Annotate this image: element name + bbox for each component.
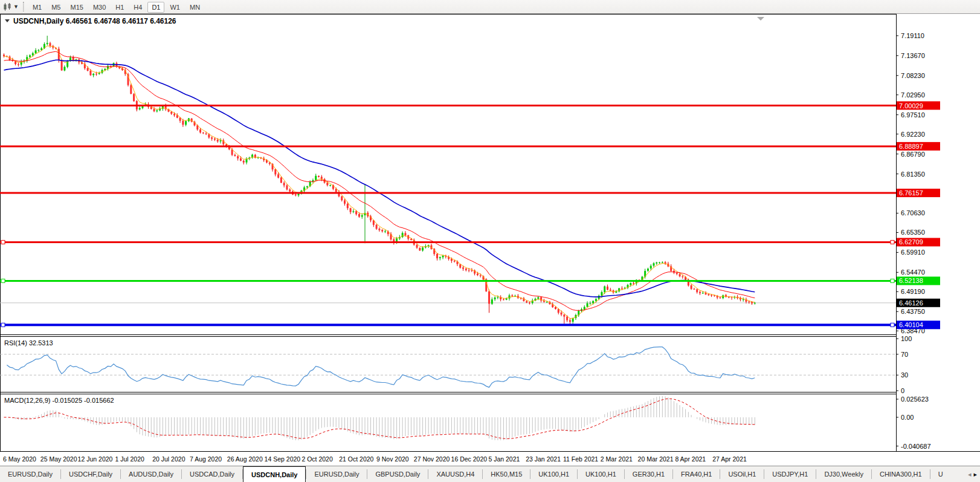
rsi-tick-label: 30 bbox=[901, 371, 908, 379]
timeframe-buttons: M1M5M15M30H1H4D1W1MN bbox=[28, 1, 205, 13]
date-label: 14 Sep 2020 bbox=[265, 455, 301, 463]
macd-tick-label: 0.025623 bbox=[901, 396, 929, 403]
price-tick-label: 7.19110 bbox=[901, 32, 924, 39]
date-label: 5 Jan 2021 bbox=[488, 455, 520, 463]
toolbar-grip[interactable] bbox=[23, 2, 24, 11]
rsi-line bbox=[7, 347, 755, 388]
timeframe-toolbar: ▼ M1M5M15M30H1H4D1W1MN bbox=[0, 0, 980, 14]
level-handle-left[interactable] bbox=[1, 240, 5, 244]
date-label: 26 Aug 2020 bbox=[227, 455, 263, 463]
timeframe-button-m1[interactable]: M1 bbox=[28, 2, 46, 13]
price-tick-label: 6.49190 bbox=[901, 288, 925, 295]
level-price-tag: 6.76157 bbox=[897, 189, 940, 197]
tab-scroll-controls: ◂▸ bbox=[966, 466, 979, 482]
rsi-tick-label: 70 bbox=[901, 351, 908, 358]
symbol-tab-audusd-daily[interactable]: AUDUSD,Daily bbox=[121, 466, 181, 482]
price-tick-label: 7.08230 bbox=[901, 72, 925, 79]
timeframe-button-mn[interactable]: MN bbox=[185, 2, 204, 13]
price-tick-label: 6.97510 bbox=[901, 111, 925, 119]
price-tick-label: 6.43750 bbox=[901, 308, 925, 315]
level-price-tag: 6.88897 bbox=[897, 142, 940, 151]
level-handle-right[interactable] bbox=[891, 279, 894, 282]
date-label: 25 May 2020 bbox=[40, 455, 77, 463]
symbol-tab-uk100-h1[interactable]: UK100,H1 bbox=[530, 466, 577, 482]
price-tick-label: 6.65350 bbox=[901, 229, 925, 236]
chart-tool-icon[interactable] bbox=[3, 2, 12, 11]
symbol-tab-usdcad-daily[interactable]: USDCAD,Daily bbox=[182, 466, 242, 482]
level-handle-right[interactable] bbox=[891, 240, 894, 244]
candlestick-glyph bbox=[3, 2, 12, 11]
level-price-tag: 6.62709 bbox=[897, 238, 940, 246]
svg-text:6.40104: 6.40104 bbox=[899, 321, 923, 328]
symbol-tab-usdcnh-daily[interactable]: USDCNH,Daily bbox=[243, 466, 306, 482]
date-label: 21 Oct 2020 bbox=[339, 455, 373, 463]
level-price-tag: 7.00029 bbox=[897, 102, 940, 110]
date-label: 2 Oct 2020 bbox=[301, 455, 333, 463]
timeframe-button-h1[interactable]: H1 bbox=[111, 2, 128, 13]
chart-shift-marker-icon[interactable] bbox=[757, 17, 764, 21]
symbol-tab-dj30-weekly[interactable]: DJ30,Weekly bbox=[816, 466, 871, 482]
chart-title: USDCNH,Daily 6.46561 6.46748 6.46117 6.4… bbox=[13, 17, 176, 25]
rsi-tick-label: 0 bbox=[901, 387, 904, 394]
timeframe-button-w1[interactable]: W1 bbox=[166, 2, 184, 13]
svg-text:6.52138: 6.52138 bbox=[899, 277, 923, 284]
date-label: 27 Nov 2020 bbox=[414, 455, 450, 463]
symbol-tab-u[interactable]: U bbox=[930, 466, 951, 482]
rsi-label: RSI(14) 32.5313 bbox=[4, 339, 53, 347]
date-label: 8 Apr 2021 bbox=[675, 455, 706, 463]
date-label: 7 Aug 2020 bbox=[190, 455, 222, 463]
tab-scroll-right-icon[interactable]: ▸ bbox=[973, 471, 977, 478]
date-axis: 6 May 202025 May 202012 Jun 20201 Jul 20… bbox=[3, 455, 747, 463]
date-label: 2 Mar 2021 bbox=[601, 455, 633, 463]
symbol-tab-china300-h1[interactable]: CHINA300,H1 bbox=[872, 466, 930, 482]
macd-tick-label: 0.00 bbox=[901, 414, 914, 421]
date-label: 16 Dec 2020 bbox=[451, 455, 488, 463]
price-tick-label: 6.59910 bbox=[901, 249, 925, 256]
symbol-tab-gbpusd-daily[interactable]: GBPUSD,Daily bbox=[367, 466, 428, 482]
date-label: 11 Feb 2021 bbox=[563, 455, 598, 463]
timeframe-button-m5[interactable]: M5 bbox=[47, 2, 65, 13]
symbol-tab-uk100-h1[interactable]: UK100,H1 bbox=[578, 466, 624, 482]
timeframe-button-m15[interactable]: M15 bbox=[66, 2, 87, 13]
symbol-tab-ger30-h1[interactable]: GER30,H1 bbox=[625, 466, 672, 482]
timeframe-button-d1[interactable]: D1 bbox=[147, 2, 164, 13]
price-tick-label: 6.81350 bbox=[901, 171, 925, 178]
level-handle-left[interactable] bbox=[1, 323, 5, 327]
symbol-tab-usoil-h1[interactable]: USOil,H1 bbox=[720, 466, 764, 482]
price-tick-label: 6.86790 bbox=[901, 151, 925, 158]
date-label: 20 Jul 2020 bbox=[152, 455, 185, 463]
collapse-triangle-icon[interactable] bbox=[5, 19, 10, 22]
level-handle-right[interactable] bbox=[891, 323, 894, 327]
timeframe-button-m30[interactable]: M30 bbox=[89, 2, 110, 13]
date-label: 9 Nov 2020 bbox=[376, 455, 409, 463]
tab-scroll-left-icon[interactable]: ◂ bbox=[968, 471, 972, 478]
symbol-tab-usdjpy-h1[interactable]: USDJPY,H1 bbox=[764, 466, 816, 482]
date-label: 12 Jun 2020 bbox=[78, 455, 113, 463]
moving-average-slow-ma bbox=[4, 60, 755, 297]
timeframe-button-h4[interactable]: H4 bbox=[129, 2, 146, 13]
symbol-tab-usdchf-daily[interactable]: USDCHF,Daily bbox=[61, 466, 120, 482]
date-label: 20 Mar 2021 bbox=[638, 455, 674, 463]
caret-down-icon[interactable]: ▼ bbox=[13, 4, 19, 10]
symbol-tab-xauusd-h4[interactable]: XAUUSD,H4 bbox=[428, 466, 482, 482]
svg-text:6.46126: 6.46126 bbox=[899, 299, 923, 307]
macd-label: MACD(12,26,9) -0.015025 -0.015662 bbox=[4, 397, 114, 404]
level-price-tag: 6.52138 bbox=[897, 276, 940, 285]
symbol-tab-hk50-m15[interactable]: HK50,M15 bbox=[483, 466, 530, 482]
symbol-tab-eurusd-daily[interactable]: EURUSD,Daily bbox=[306, 466, 367, 482]
svg-text:6.76157: 6.76157 bbox=[899, 189, 923, 197]
price-tick-label: 7.02950 bbox=[901, 91, 925, 99]
price-tick-label: 6.92230 bbox=[901, 131, 925, 138]
level-handle-left[interactable] bbox=[1, 279, 5, 282]
chart-canvas[interactable]: 7.191107.136707.082307.029506.975106.922… bbox=[0, 14, 980, 466]
date-label: 1 Jul 2020 bbox=[115, 455, 144, 463]
symbol-tab-eurusd-daily[interactable]: EURUSD,Daily bbox=[0, 466, 60, 482]
svg-text:6.88897: 6.88897 bbox=[899, 143, 923, 150]
level-price-tag: 6.40104 bbox=[897, 321, 940, 329]
symbol-tab-fra40-h1[interactable]: FRA40,H1 bbox=[673, 466, 720, 482]
svg-text:6.62709: 6.62709 bbox=[899, 238, 923, 246]
date-label: 6 May 2020 bbox=[3, 455, 36, 463]
price-tick-label: 6.70630 bbox=[901, 209, 925, 217]
date-label: 23 Jan 2021 bbox=[526, 455, 561, 463]
macd-tick-label: -0.040687 bbox=[901, 443, 931, 450]
